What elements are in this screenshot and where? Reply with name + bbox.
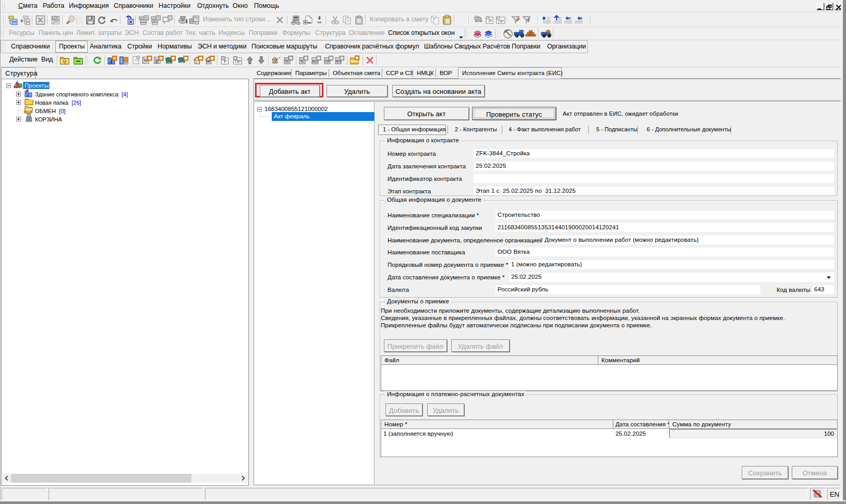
svg-text:%: %: [285, 58, 289, 64]
svg-text:PDF: PDF: [53, 17, 59, 20]
svg-text:%: %: [300, 58, 304, 64]
svg-text:P: P: [489, 18, 492, 23]
svg-text:ПР: ПР: [498, 19, 504, 23]
